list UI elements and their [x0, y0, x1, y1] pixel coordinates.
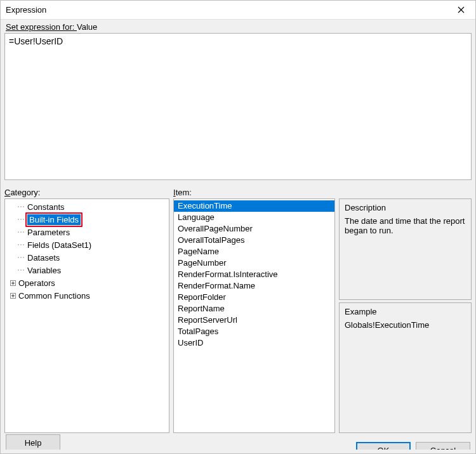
cancel-button[interactable]: Cancel	[416, 442, 470, 450]
close-button[interactable]	[447, 1, 475, 20]
category-item-label: Parameters	[25, 227, 72, 238]
item-row[interactable]: TotalPages	[174, 326, 334, 337]
tree-branch-icon: ⋯	[17, 240, 25, 249]
category-item[interactable]: ⋯Constants	[8, 200, 169, 213]
item-row[interactable]: ReportName	[174, 303, 334, 315]
item-row[interactable]: Language	[174, 212, 334, 223]
category-item[interactable]: ⋯Fields (DataSet1)	[8, 238, 169, 251]
ok-button[interactable]: OK	[356, 442, 411, 450]
tree-branch-icon: ⋯	[17, 202, 25, 211]
item-row[interactable]: PageName	[174, 246, 334, 257]
description-text: The date and time that the report began …	[345, 216, 466, 235]
item-row[interactable]: RenderFormat.Name	[174, 280, 334, 292]
item-row[interactable]: UserID	[174, 337, 334, 349]
item-row[interactable]: ReportServerUrl	[174, 315, 334, 326]
category-item-label: Common Functions	[17, 290, 92, 301]
example-box: Example Globals!ExecutionTime	[339, 302, 472, 433]
category-item-label: Variables	[25, 265, 63, 276]
help-button[interactable]: Help	[6, 434, 60, 450]
category-item-label: Constants	[25, 202, 67, 212]
category-item[interactable]: ⋯Parameters	[8, 226, 169, 238]
window-title: Expression	[6, 5, 46, 15]
category-item[interactable]: ⋯Built-in Fields	[8, 213, 169, 226]
right-buttons: OK Cancel	[351, 442, 470, 450]
item-panel: ExecutionTimeLanguageOverallPageNumberOv…	[173, 198, 335, 433]
panel-labels: Category: Item:	[4, 186, 472, 198]
tree-branch-icon: ⋯	[17, 253, 25, 262]
expression-dialog: Expression Set expression for: Value =Us…	[0, 0, 476, 454]
panels: ⋯Constants⋯Built-in Fields⋯Parameters⋯Fi…	[4, 198, 472, 433]
right-panel: Description The date and time that the r…	[339, 198, 472, 433]
item-row[interactable]: OverallPageNumber	[174, 223, 334, 235]
category-item[interactable]: ⋯Variables	[8, 264, 169, 276]
description-box: Description The date and time that the r…	[339, 198, 472, 300]
category-item-label: Datasets	[25, 252, 62, 263]
close-icon	[458, 6, 465, 13]
item-row[interactable]: PageNumber	[174, 257, 334, 269]
category-item-label: Fields (DataSet1)	[25, 240, 93, 250]
titlebar: Expression	[1, 1, 475, 20]
category-panel: ⋯Constants⋯Built-in Fields⋯Parameters⋯Fi…	[4, 198, 169, 433]
item-row[interactable]: ReportFolder	[174, 292, 334, 303]
dialog-body: Set expression for: Value =User!UserID C…	[1, 20, 475, 453]
expression-textarea[interactable]: =User!UserID	[4, 33, 472, 180]
example-heading: Example	[345, 307, 466, 316]
expand-icon[interactable]	[9, 280, 17, 286]
category-item-label: Operators	[17, 278, 57, 289]
tree-branch-icon: ⋯	[17, 228, 25, 237]
category-item[interactable]: Operators	[8, 276, 169, 289]
example-text: Globals!ExecutionTime	[345, 320, 466, 330]
expression-text: =User!UserID	[9, 36, 63, 46]
item-row[interactable]: RenderFormat.IsInteractive	[174, 269, 334, 280]
description-heading: Description	[345, 203, 466, 212]
category-label: Category:	[4, 186, 173, 198]
item-row[interactable]: ExecutionTime	[174, 200, 334, 212]
category-tree[interactable]: ⋯Constants⋯Built-in Fields⋯Parameters⋯Fi…	[4, 198, 169, 433]
tree-branch-icon: ⋯	[17, 215, 25, 224]
item-list[interactable]: ExecutionTimeLanguageOverallPageNumberOv…	[173, 198, 335, 433]
category-item-label: Built-in Fields	[27, 214, 81, 225]
category-item[interactable]: ⋯Datasets	[8, 251, 169, 264]
item-row[interactable]: OverallTotalPages	[174, 235, 334, 246]
tree-branch-icon: ⋯	[17, 266, 25, 275]
category-item[interactable]: Common Functions	[8, 289, 169, 302]
item-label: Item:	[173, 186, 335, 198]
set-expression-for-label: Set expression for: Value	[4, 20, 472, 33]
button-row: Help OK Cancel	[4, 433, 472, 450]
expand-icon[interactable]	[9, 293, 17, 299]
